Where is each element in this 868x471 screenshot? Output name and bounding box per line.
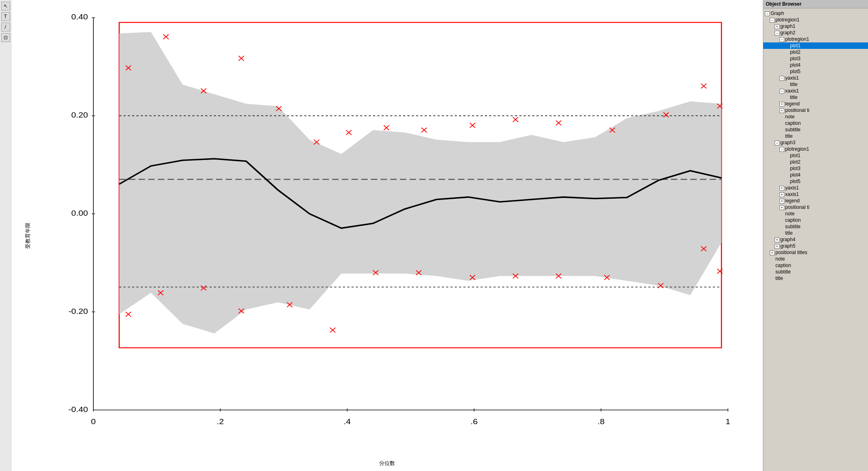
expand-btn[interactable]: + [779, 186, 784, 191]
svg-text:0.20: 0.20 [71, 111, 88, 119]
svg-text:.2: .2 [217, 418, 224, 426]
tree-item-plot4[interactable]: plot4 [763, 62, 868, 68]
tree-item-subtitle[interactable]: subtitle [763, 126, 868, 133]
tree-item-notec[interactable]: note [763, 210, 868, 217]
tree-item-yaxis1-title[interactable]: title [763, 81, 868, 88]
tree-label: caption [785, 217, 801, 223]
tree-item-legend[interactable]: +legend [763, 101, 868, 107]
tree-label: caption [775, 263, 791, 268]
tree-label: Graph [771, 11, 784, 16]
tree-label: note [785, 114, 794, 120]
tree-label: plotregion1 [785, 36, 809, 42]
collapse-btn[interactable]: − [779, 89, 784, 94]
tree-item-plot3c[interactable]: plot3 [763, 165, 868, 172]
tree-label: plot3 [790, 166, 800, 171]
object-browser-header: Object Browser [763, 0, 868, 8]
tree-label: positional ti [785, 204, 809, 210]
tree-item-plotregion1b[interactable]: −plotregion1 [763, 36, 868, 42]
svg-text:1: 1 [726, 418, 731, 426]
tree-label: plot5 [790, 179, 800, 184]
expand-btn[interactable]: + [770, 250, 775, 255]
tree-label: title [785, 230, 793, 236]
tree-item-titlec[interactable]: title [763, 230, 868, 236]
tree-item-caption-root[interactable]: caption [763, 262, 868, 269]
tree-item-subtitlec[interactable]: subtitle [763, 223, 868, 230]
expand-btn[interactable]: + [775, 24, 779, 29]
expand-btn[interactable]: + [779, 108, 784, 113]
tree-item-plot1c[interactable]: plot1 [763, 152, 868, 159]
tree-label: xaxis1 [785, 191, 799, 197]
tree-item-positional-titles[interactable]: +positional titles [763, 249, 868, 256]
tree-item-plotregion1[interactable]: −plotregion1 [763, 17, 868, 23]
tree-item-plot4c[interactable]: plot4 [763, 172, 868, 178]
expand-btn[interactable]: + [779, 192, 784, 197]
svg-text:0.40: 0.40 [71, 13, 88, 21]
tree-item-graph[interactable]: −Graph [763, 10, 868, 17]
tree-label: positional ti [785, 107, 809, 113]
tree-item-yaxis1c[interactable]: +yaxis1 [763, 185, 868, 191]
tree-item-graph2[interactable]: −graph2 [763, 29, 868, 36]
tree-label: plot1 [790, 43, 800, 48]
tree-item-graph3[interactable]: −graph3 [763, 139, 868, 146]
tree-item-plot2c[interactable]: plot2 [763, 159, 868, 165]
tree-item-graph5[interactable]: +graph5 [763, 243, 868, 249]
tree-label: plot4 [790, 172, 800, 178]
x-axis-label: 分位数 [379, 460, 395, 467]
tree-label: plot2 [790, 49, 800, 55]
svg-text:0: 0 [91, 418, 96, 426]
tree-label: caption [785, 120, 801, 126]
svg-text:.8: .8 [598, 418, 605, 426]
expand-btn[interactable]: + [779, 205, 784, 210]
tree-label: graph5 [780, 243, 795, 249]
tree-item-xaxis1c[interactable]: +xaxis1 [763, 191, 868, 198]
cursor-tool[interactable]: ↖ [1, 2, 10, 11]
tree-item-xaxis1-title[interactable]: title [763, 94, 868, 101]
tree-item-plot5[interactable]: plot5 [763, 68, 868, 75]
tree-label: title [785, 133, 793, 139]
tree-item-plot2[interactable]: plot2 [763, 49, 868, 55]
tree-item-graph4[interactable]: +graph4 [763, 236, 868, 243]
collapse-btn[interactable]: − [779, 147, 784, 152]
tree-item-caption[interactable]: caption [763, 120, 868, 126]
tree-item-plot1[interactable]: plot1 [763, 42, 868, 49]
collapse-btn[interactable]: − [775, 31, 779, 36]
toolbar: ↖ T / ⊡ [0, 0, 11, 471]
object-browser-tree: −Graph−plotregion1+graph1−graph2−plotreg… [763, 8, 868, 283]
collapse-btn[interactable]: − [770, 18, 775, 23]
tree-item-plot5c[interactable]: plot5 [763, 178, 868, 185]
tree-item-yaxis1[interactable]: −yaxis1 [763, 75, 868, 81]
collapse-btn[interactable]: − [775, 141, 779, 145]
collapse-btn[interactable]: − [779, 76, 784, 81]
collapse-btn[interactable]: − [765, 11, 770, 16]
tree-label: subtitle [785, 127, 800, 132]
tree-item-positional-ti[interactable]: +positional ti [763, 107, 868, 114]
collapse-btn[interactable]: − [779, 37, 784, 42]
tree-item-positional-tic[interactable]: +positional ti [763, 204, 868, 210]
expand-btn[interactable]: + [779, 199, 784, 204]
text-tool[interactable]: T [1, 12, 10, 21]
tree-item-title-root[interactable]: title [763, 275, 868, 282]
svg-text:.4: .4 [344, 418, 351, 426]
tree-item-xaxis1[interactable]: −xaxis1 [763, 88, 868, 94]
rect-tool[interactable]: ⊡ [1, 33, 10, 42]
tree-item-captionc[interactable]: caption [763, 217, 868, 223]
svg-text:.6: .6 [471, 418, 478, 426]
tree-item-subtitle-root[interactable]: subtitle [763, 269, 868, 275]
tree-item-note[interactable]: note [763, 114, 868, 120]
tree-item-graph1[interactable]: +graph1 [763, 23, 868, 29]
expand-btn[interactable]: + [779, 102, 784, 107]
main-chart: 0.40 0.20 0.00 -0.20 -0.40 0 .2 .4 .6 .8… [40, 8, 755, 439]
tree-label: yaxis1 [785, 185, 799, 191]
expand-btn[interactable]: + [775, 244, 779, 249]
tree-item-title-g2[interactable]: title [763, 133, 868, 139]
tree-label: plot4 [790, 62, 800, 68]
tree-item-note-root[interactable]: note [763, 256, 868, 262]
tree-item-plot3[interactable]: plot3 [763, 55, 868, 62]
line-tool[interactable]: / [1, 23, 10, 32]
expand-btn[interactable]: + [775, 238, 779, 242]
tree-item-legendc[interactable]: +legend [763, 198, 868, 204]
tree-label: plotregion1 [775, 17, 799, 23]
tree-item-plotregion1c[interactable]: −plotregion1 [763, 146, 868, 152]
tree-label: positional titles [775, 250, 807, 255]
tree-label: subtitle [785, 224, 800, 229]
